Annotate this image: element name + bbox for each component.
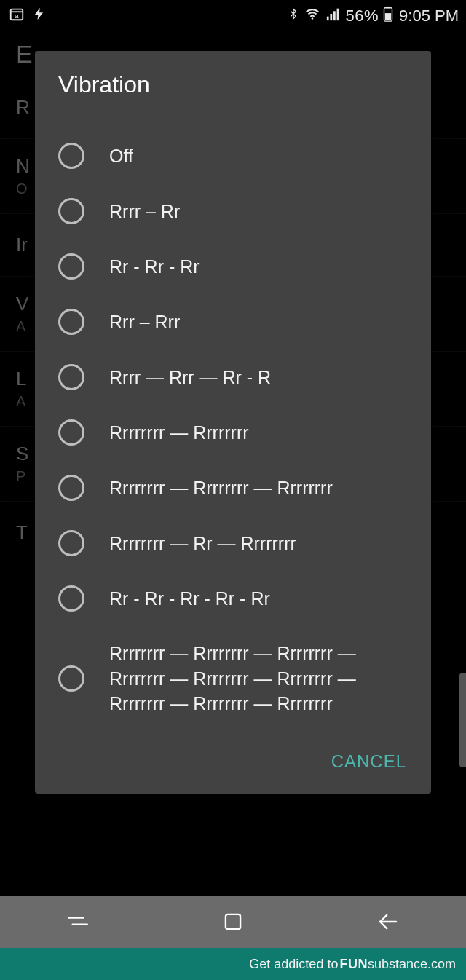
battery-icon xyxy=(383,6,393,26)
svg-rect-5 xyxy=(333,11,336,20)
option-label: Rr - Rr - Rr xyxy=(109,254,408,280)
radio-icon xyxy=(58,475,84,501)
radio-icon xyxy=(58,530,84,556)
status-left: a xyxy=(9,6,47,26)
svg-rect-8 xyxy=(387,7,390,8)
navigation-bar xyxy=(0,896,466,948)
option-label: Rrrrrrrr — Rrrrrrrr xyxy=(109,420,408,446)
watermark-footer: Get addicted to FUN substance .com xyxy=(0,948,466,980)
radio-icon xyxy=(58,253,84,280)
lightning-icon xyxy=(32,6,47,26)
option-label: Rr - Rr - Rr - Rr - Rr xyxy=(109,586,408,612)
vibration-option-8[interactable]: Rr - Rr - Rr - Rr - Rr xyxy=(35,571,431,626)
vibration-option-7[interactable]: Rrrrrrrr — Rr — Rrrrrrrr xyxy=(35,515,431,571)
bluetooth-icon xyxy=(288,6,299,26)
watermark-brand-bold: FUN xyxy=(339,957,368,972)
vibration-option-5[interactable]: Rrrrrrrr — Rrrrrrrr xyxy=(35,405,431,460)
recents-button[interactable] xyxy=(34,896,122,948)
option-label: Off xyxy=(109,143,408,169)
radio-icon xyxy=(58,364,84,390)
battery-percent: 56% xyxy=(346,7,379,25)
radio-icon xyxy=(58,309,84,335)
option-label: Rrrrrrrr — Rrrrrrrr — Rrrrrrrr — Rrrrrrr… xyxy=(109,641,408,716)
option-label: Rrrrrrrr — Rrrrrrrr — Rrrrrrrr xyxy=(109,475,408,501)
svg-rect-3 xyxy=(326,17,328,20)
svg-rect-4 xyxy=(330,14,332,20)
status-bar: a 56% 9:05 PM xyxy=(0,0,466,32)
svg-text:a: a xyxy=(15,12,19,20)
calendar-icon: a xyxy=(9,6,25,26)
vibration-option-list: Off Rrrr – Rr Rr - Rr - Rr Rrr – Rrr Rrr… xyxy=(35,116,431,735)
radio-icon xyxy=(58,585,84,612)
option-label: Rrr – Rrr xyxy=(109,309,408,335)
dialog-actions: CANCEL xyxy=(35,735,431,794)
option-label: Rrrr – Rr xyxy=(109,199,408,224)
signal-icon xyxy=(325,6,341,26)
svg-rect-9 xyxy=(385,13,391,20)
vibration-dialog: Vibration Off Rrrr – Rr Rr - Rr - Rr Rrr… xyxy=(35,51,431,794)
option-label: Rrrr — Rrr — Rr - R xyxy=(109,365,408,390)
watermark-suffix: .com xyxy=(427,957,456,972)
back-button[interactable] xyxy=(344,896,432,948)
vibration-option-2[interactable]: Rr - Rr - Rr xyxy=(35,239,431,294)
radio-icon xyxy=(58,198,84,224)
wifi-icon xyxy=(304,6,321,26)
clock-text: 9:05 PM xyxy=(399,7,459,25)
svg-point-2 xyxy=(311,17,313,20)
dialog-title: Vibration xyxy=(35,51,431,116)
radio-icon xyxy=(58,665,84,692)
vibration-option-9[interactable]: Rrrrrrrr — Rrrrrrrr — Rrrrrrrr — Rrrrrrr… xyxy=(35,626,431,731)
vibration-option-off[interactable]: Off xyxy=(35,124,431,183)
vibration-option-3[interactable]: Rrr – Rrr xyxy=(35,294,431,349)
status-right: 56% 9:05 PM xyxy=(288,6,459,26)
radio-icon xyxy=(58,143,84,169)
option-label: Rrrrrrrr — Rr — Rrrrrrrr xyxy=(109,531,408,556)
watermark-brand-rest: substance xyxy=(368,957,427,972)
cancel-button[interactable]: CANCEL xyxy=(324,746,414,778)
vibration-option-4[interactable]: Rrrr — Rrr — Rr - R xyxy=(35,349,431,405)
vibration-option-1[interactable]: Rrrr – Rr xyxy=(35,183,431,239)
radio-icon xyxy=(58,419,84,446)
home-button[interactable] xyxy=(189,896,277,948)
vibration-option-6[interactable]: Rrrrrrrr — Rrrrrrrr — Rrrrrrrr xyxy=(35,460,431,515)
watermark-prefix: Get addicted to xyxy=(249,957,338,972)
svg-rect-6 xyxy=(336,9,339,21)
svg-rect-10 xyxy=(226,914,240,929)
